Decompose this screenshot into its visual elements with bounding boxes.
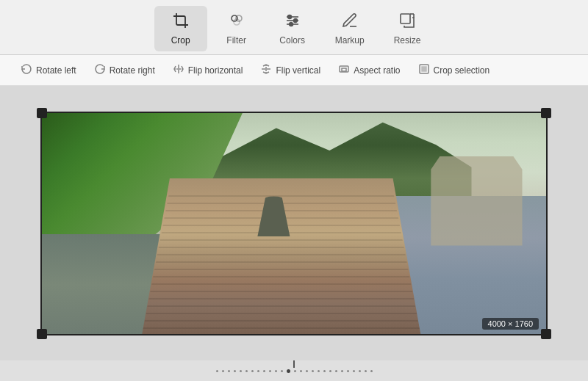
tool-resize[interactable]: Resize <box>381 6 434 51</box>
svg-point-6 <box>287 15 291 19</box>
tool-crop[interactable]: Crop <box>154 6 207 51</box>
ruler-dot <box>228 370 230 372</box>
tool-resize-label: Resize <box>394 35 421 46</box>
ruler-center-indicator <box>293 360 295 368</box>
ruler-dots <box>216 369 373 373</box>
crop-selection-button[interactable]: Crop selection <box>409 59 499 81</box>
svg-rect-15 <box>422 67 426 71</box>
aspect-ratio-button[interactable]: Aspect ratio <box>329 59 409 81</box>
ruler-dot <box>257 370 259 372</box>
svg-rect-9 <box>401 14 410 23</box>
secondary-toolbar: Rotate left Rotate right Flip horizontal… <box>0 55 588 86</box>
ruler-dot <box>275 370 277 372</box>
ruler-dot <box>359 370 361 372</box>
ruler-dot <box>281 370 283 372</box>
aspect-ratio-label: Aspect ratio <box>354 65 400 76</box>
dimensions-label: 4000 × 1760 <box>482 318 539 330</box>
resize-icon <box>398 12 416 32</box>
ruler-dot <box>234 370 236 372</box>
ruler-dot <box>312 370 314 372</box>
ruler-dot <box>323 370 326 372</box>
rotate-right-button[interactable]: Rotate right <box>85 59 164 81</box>
tool-colors-label: Colors <box>279 35 305 46</box>
ruler-dot-active <box>287 369 290 373</box>
tool-filter[interactable]: Filter <box>210 6 263 51</box>
aspect-ratio-icon <box>338 63 350 77</box>
ruler-dot <box>335 370 337 372</box>
flip-horizontal-label: Flip horizontal <box>188 65 243 76</box>
crop-selection-label: Crop selection <box>434 65 490 76</box>
ruler-dot <box>353 370 355 372</box>
flip-vertical-icon <box>260 63 272 77</box>
ruler-dot <box>269 370 271 372</box>
rotate-left-button[interactable]: Rotate left <box>12 59 85 81</box>
ruler-dot <box>263 370 265 372</box>
ruler-dot <box>222 370 224 372</box>
rotate-left-label: Rotate left <box>36 65 76 76</box>
crop-icon <box>172 12 190 32</box>
ruler-dot <box>306 370 308 372</box>
flip-vertical-label: Flip vertical <box>276 65 320 76</box>
ruler-dot <box>370 370 373 372</box>
svg-rect-13 <box>342 68 346 71</box>
pavilion-layer <box>431 156 522 246</box>
image-container[interactable]: 4000 × 1760 <box>40 112 548 335</box>
ruler-dot <box>251 370 254 372</box>
canvas-area: 4000 × 1760 <box>0 86 588 360</box>
ruler-dot <box>341 370 343 372</box>
ruler-dot <box>365 370 367 372</box>
rotate-right-label: Rotate right <box>110 65 155 76</box>
top-toolbar: Crop Filter Colors <box>0 0 588 55</box>
flip-vertical-button[interactable]: Flip vertical <box>251 59 329 81</box>
tool-colors[interactable]: Colors <box>266 6 319 51</box>
ruler-dot <box>318 370 320 372</box>
svg-point-7 <box>293 19 297 23</box>
colors-icon <box>284 12 301 32</box>
ruler-dot <box>216 370 218 372</box>
ruler-dot <box>300 370 302 372</box>
markup-icon <box>341 12 359 32</box>
ruler-dot <box>347 370 349 372</box>
rotate-left-icon <box>21 63 32 77</box>
image-display <box>40 112 548 335</box>
tool-crop-label: Crop <box>171 35 190 46</box>
filter-icon <box>228 12 245 32</box>
tool-markup[interactable]: Markup <box>322 6 378 51</box>
ruler-dot <box>329 370 331 372</box>
flip-horizontal-button[interactable]: Flip horizontal <box>164 59 252 81</box>
svg-point-8 <box>289 23 293 26</box>
tool-filter-label: Filter <box>226 35 246 46</box>
ruler-dot <box>294 370 296 372</box>
flip-horizontal-icon <box>173 63 184 77</box>
ruler-dot <box>245 370 248 372</box>
tool-markup-label: Markup <box>335 35 365 46</box>
ruler-dot <box>240 370 242 372</box>
bottom-ruler <box>0 360 588 381</box>
crop-selection-icon <box>418 63 430 77</box>
rotate-right-icon <box>94 63 106 77</box>
